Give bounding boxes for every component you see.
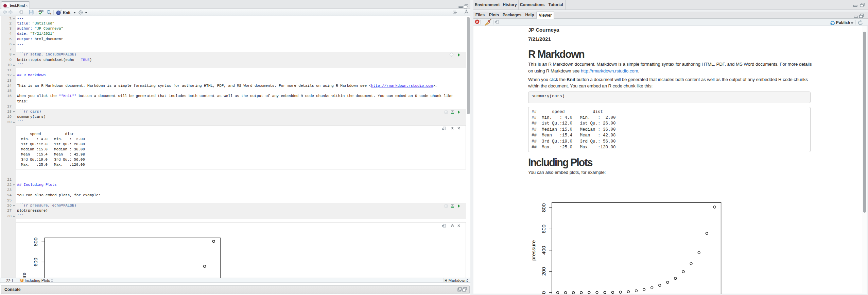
svg-text:ABC: ABC [38,10,44,12]
svg-text:0: 0 [541,291,546,294]
svg-text:600: 600 [541,224,546,233]
svg-text:800: 800 [33,237,38,246]
svg-text:400: 400 [541,246,546,255]
svg-text:pressure: pressure [531,240,536,261]
svg-text:pressure: pressure [21,273,27,278]
svg-text:600: 600 [33,258,38,266]
svg-text:200: 200 [541,267,546,276]
svg-text:800: 800 [541,203,546,212]
